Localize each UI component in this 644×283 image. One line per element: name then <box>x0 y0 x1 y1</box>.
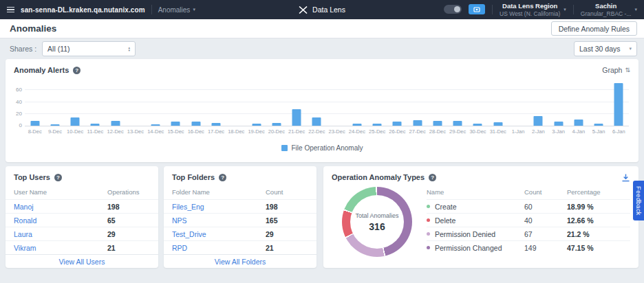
bar[interactable] <box>594 124 603 126</box>
up-down-arrows-icon: ⇅ <box>625 67 630 73</box>
row-name-link[interactable]: RPD <box>172 244 266 252</box>
bar[interactable] <box>252 124 261 126</box>
help-icon[interactable] <box>219 174 226 181</box>
row-name-link[interactable]: NPS <box>172 216 266 225</box>
y-axis-tick: 60 <box>10 87 22 93</box>
help-icon[interactable] <box>73 67 80 74</box>
bar[interactable] <box>50 124 59 126</box>
bar[interactable] <box>554 122 563 126</box>
anomaly-type-percentage: 21.2 % <box>567 230 630 238</box>
bar[interactable] <box>30 121 39 126</box>
chevron-down-icon: ▾ <box>629 46 632 52</box>
top-folders-footer: View All Folders <box>164 254 316 268</box>
graph-type-label: Graph <box>602 66 622 74</box>
graph-type-select[interactable]: Graph ⇅ <box>602 66 630 74</box>
feedback-tab[interactable]: Feedback <box>633 181 644 220</box>
help-icon[interactable] <box>429 174 436 181</box>
top-users-header: Top Users <box>6 166 158 183</box>
anomaly-types-donut[interactable]: Total Anomalies 316 <box>342 187 412 257</box>
region-label: Data Lens Region <box>502 2 557 10</box>
bar-slot <box>226 78 246 126</box>
bar[interactable] <box>212 123 221 126</box>
bar[interactable] <box>413 120 422 126</box>
menu-icon[interactable] <box>7 7 14 13</box>
bar[interactable] <box>473 124 482 126</box>
download-icon[interactable] <box>621 172 630 185</box>
nav-anomalies-dropdown[interactable]: Anomalies ▾ <box>158 6 195 14</box>
bar-slot <box>468 78 488 126</box>
row-value: 65 <box>107 216 150 225</box>
anomaly-types-title: Operation Anomaly Types <box>332 173 425 181</box>
top-users-rows: Manoj198Ronald65Laura29Vikram217 <box>6 199 158 256</box>
view-all-users-link[interactable]: View All Users <box>59 258 105 266</box>
bar[interactable] <box>352 124 361 126</box>
bar[interactable] <box>614 83 623 126</box>
bar[interactable] <box>191 122 200 126</box>
bar-slot <box>387 78 407 126</box>
bar[interactable] <box>111 121 120 126</box>
screen-share-button[interactable] <box>469 4 485 14</box>
table-row: Manoj198 <box>6 199 158 213</box>
define-anomaly-rules-button[interactable]: Define Anomaly Rules <box>551 21 637 36</box>
bar[interactable] <box>292 109 301 126</box>
top-users-columns: User Name Operations <box>6 184 158 199</box>
x-axis-label: 27-Dec <box>407 128 427 135</box>
anomaly-types-table: Name Count Percentage Create6018.99 %Del… <box>427 184 630 257</box>
x-axis-label: 16-Dec <box>186 128 206 135</box>
brand: Data Lens <box>299 5 345 14</box>
region-dropdown[interactable]: Data Lens Region US West (N. California)… <box>500 2 566 17</box>
bar[interactable] <box>373 124 382 126</box>
theme-toggle[interactable] <box>444 5 462 14</box>
bar[interactable] <box>534 116 543 126</box>
bar[interactable] <box>493 122 502 126</box>
x-axis-label: 14-Dec <box>146 128 166 135</box>
y-axis-tick: 40 <box>10 99 22 105</box>
anomaly-type-percentage: 12.66 % <box>567 216 630 225</box>
chevron-down-icon: ▾ <box>564 7 566 12</box>
date-range-select[interactable]: Last 30 days ▾ <box>574 41 637 56</box>
anomaly-types-header: Operation Anomaly Types <box>323 166 638 183</box>
row-value: 165 <box>266 216 308 225</box>
topbar: san-senna-DL.kraken.qa.nutanix.com Anoma… <box>0 0 644 19</box>
bar[interactable] <box>91 124 100 126</box>
bar[interactable] <box>71 117 80 126</box>
shares-select[interactable]: All (11) ▴▾ <box>42 41 136 56</box>
bar[interactable] <box>393 122 402 126</box>
bar[interactable] <box>272 123 281 126</box>
bar[interactable] <box>312 117 321 126</box>
bar[interactable] <box>574 120 583 126</box>
row-name-link[interactable]: Vikram <box>14 244 107 252</box>
help-icon[interactable] <box>54 174 62 181</box>
bar-slot <box>508 78 528 126</box>
screen-icon <box>473 7 480 12</box>
user-menu-dropdown[interactable]: Sachin Granular_RBAC -... ▾ <box>581 2 637 17</box>
row-name-link[interactable]: Laura <box>14 230 107 238</box>
view-all-folders-link[interactable]: View All Folders <box>215 258 266 266</box>
bar[interactable] <box>453 121 462 126</box>
row-value: 198 <box>107 203 150 211</box>
bar-slot <box>548 78 568 126</box>
bar-slot <box>65 78 85 126</box>
bar[interactable] <box>433 121 442 126</box>
x-axis-label: 24-Dec <box>347 128 367 135</box>
bar-slot <box>266 78 286 126</box>
x-axis-label: 23-Dec <box>327 128 347 135</box>
series-color-dot <box>427 218 430 222</box>
bar-chart-xlabels: 8-Dec9-Dec10-Dec11-Dec12-Dec13-Dec14-Dec… <box>25 128 629 135</box>
table-row: Vikram21 <box>6 240 158 254</box>
x-axis-label: 10-Dec <box>65 128 85 135</box>
table-row: NPS165 <box>164 213 316 227</box>
row-name-link[interactable]: Ronald <box>14 216 107 225</box>
table-row: Permission Denied6721.2 % <box>427 227 630 240</box>
anomaly-type-count: 60 <box>524 203 567 211</box>
table-row: RPD21 <box>164 240 316 254</box>
row-name-link[interactable]: Manoj <box>14 203 107 211</box>
row-name-link[interactable]: Files_Eng <box>172 203 266 211</box>
bar[interactable] <box>171 122 180 126</box>
row-name-link[interactable]: Test_Drive <box>172 230 266 238</box>
anomaly-alerts-title: Anomaly Alerts <box>14 66 69 74</box>
table-row: Ronald65 <box>6 213 158 227</box>
bar[interactable] <box>151 124 160 126</box>
operation-anomaly-types-panel: Operation Anomaly Types Total Anomalies … <box>323 166 638 268</box>
x-axis-label: 5-Jan <box>588 128 608 135</box>
